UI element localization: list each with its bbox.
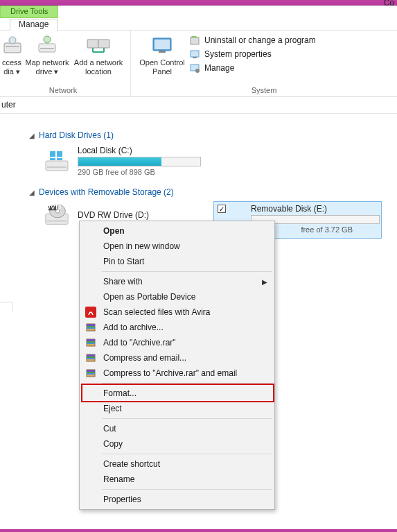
uninstall-label: Uninstall or change a program: [204, 35, 316, 45]
access-media-button[interactable]: ccess dia ▾: [0, 33, 24, 85]
capacity-bar: [78, 157, 201, 166]
menu-format[interactable]: Format...: [81, 386, 273, 401]
svg-rect-39: [87, 343, 95, 344]
ribbon-tabs: Drive Tools Manage: [0, 6, 397, 31]
svg-rect-15: [191, 51, 199, 57]
svg-rect-22: [57, 151, 62, 157]
window-border-bottom: [0, 529, 397, 532]
winrar-icon: [85, 337, 96, 348]
breadcrumb[interactable]: uter: [0, 97, 397, 114]
open-control-panel-button[interactable]: Open Control Panel: [135, 33, 189, 85]
svg-rect-7: [98, 40, 109, 48]
winrar-icon: [85, 352, 96, 363]
menu-compress-email[interactable]: Compress and email...: [81, 350, 273, 366]
access-media-label: ccess dia ▾: [0, 58, 24, 76]
ribbon: ccess dia ▾ Map network drive ▾ Add a ne…: [0, 31, 397, 97]
map-network-drive-button[interactable]: Map network drive ▾: [24, 33, 71, 85]
menu-create-shortcut[interactable]: Create shortcut: [81, 456, 273, 472]
network-group-label: Network: [0, 85, 126, 96]
menu-share-with[interactable]: Share with▶: [81, 274, 273, 289]
menu-rename[interactable]: Rename: [81, 472, 273, 487]
winrar-icon: [85, 368, 96, 379]
manage-button[interactable]: Manage: [189, 62, 316, 74]
svg-rect-12: [155, 40, 170, 49]
manage-icon: [189, 62, 200, 74]
svg-rect-38: [87, 341, 95, 343]
svg-point-2: [9, 37, 16, 44]
svg-rect-4: [40, 48, 54, 49]
dvd-drive-name: DVD RW Drive (D:): [78, 210, 149, 220]
svg-rect-47: [87, 373, 95, 375]
hard-disk-icon: [43, 148, 71, 173]
svg-rect-41: [87, 354, 95, 357]
section-hard-disk-drives[interactable]: ◢ Hard Disk Drives (1): [29, 130, 389, 140]
svg-rect-21: [50, 151, 55, 157]
svg-rect-1: [6, 46, 19, 47]
tab-manage[interactable]: Manage: [10, 19, 58, 31]
section-removable-label: Devices with Removable Storage (2): [39, 187, 174, 197]
local-disk-name: Local Disk (C:): [78, 146, 201, 155]
menu-properties[interactable]: Properties: [81, 492, 273, 507]
ribbon-group-system: Open Control Panel Uninstall or change a…: [131, 31, 397, 96]
avira-icon: [85, 307, 96, 318]
collapse-icon: ◢: [29, 189, 35, 196]
manage-label: Manage: [204, 63, 234, 73]
menu-eject[interactable]: Eject: [81, 401, 273, 416]
svg-rect-46: [87, 372, 95, 373]
system-properties-label: System properties: [204, 49, 272, 59]
menu-add-to-archive-rar[interactable]: Add to "Archive.rar": [81, 335, 273, 350]
drive-local-disk[interactable]: Local Disk (C:) 290 GB free of 898 GB: [43, 146, 389, 176]
svg-rect-19: [46, 161, 68, 171]
svg-rect-13: [159, 51, 166, 53]
winrar-icon: [85, 322, 96, 333]
uninstall-program-button[interactable]: Uninstall or change a program: [189, 35, 316, 46]
contextual-tab-drive-tools[interactable]: Drive Tools: [0, 6, 58, 18]
control-panel-icon: [148, 35, 176, 57]
ribbon-group-network: ccess dia ▾ Map network drive ▾ Add a ne…: [0, 31, 131, 96]
removable-disk-name: Removable Disk (E:): [251, 204, 327, 214]
svg-rect-45: [87, 370, 95, 372]
map-network-drive-label: Map network drive ▾: [24, 58, 71, 76]
selection-checkbox[interactable]: ✓: [218, 205, 226, 213]
menu-add-to-archive[interactable]: Add to archive...: [81, 320, 273, 335]
menu-pin-to-start[interactable]: Pin to Start: [81, 254, 273, 269]
context-menu: Open Open in new window Pin to Start Sha…: [79, 221, 275, 510]
section-removable-storage[interactable]: ◢ Devices with Removable Storage (2): [29, 187, 389, 197]
svg-rect-34: [87, 326, 95, 327]
open-control-panel-label: Open Control Panel: [135, 58, 189, 76]
svg-text:DVD: DVD: [44, 203, 61, 211]
network-location-icon: [85, 35, 112, 57]
svg-rect-35: [87, 327, 95, 329]
window-titlebar: Co: [0, 0, 397, 6]
svg-rect-26: [47, 221, 67, 222]
svg-rect-16: [193, 57, 197, 58]
uninstall-icon: [189, 35, 200, 46]
svg-rect-37: [87, 339, 95, 341]
menu-copy[interactable]: Copy: [81, 436, 273, 452]
menu-open-new-window[interactable]: Open in new window: [81, 239, 273, 254]
menu-open-portable-device[interactable]: Open as Portable Device: [81, 289, 273, 304]
dvd-drive-icon: DVD: [43, 203, 71, 228]
local-disk-free: 290 GB free of 898 GB: [78, 168, 201, 176]
system-properties-button[interactable]: System properties: [189, 49, 316, 60]
system-group-label: System: [135, 85, 393, 96]
svg-rect-43: [87, 358, 95, 359]
svg-rect-0: [4, 43, 21, 53]
submenu-arrow-icon: ▶: [262, 278, 267, 286]
section-hdd-label: Hard Disk Drives (1): [39, 130, 114, 140]
svg-point-5: [44, 36, 51, 43]
svg-point-18: [195, 69, 200, 73]
navigation-pane-divider: [0, 302, 12, 311]
add-network-location-button[interactable]: Add a network location: [71, 33, 126, 85]
menu-open[interactable]: Open: [81, 223, 273, 239]
menu-scan-avira[interactable]: Scan selected files with Avira: [81, 304, 273, 320]
svg-rect-42: [87, 357, 95, 358]
svg-rect-6: [87, 40, 98, 48]
system-properties-icon: [189, 49, 200, 60]
menu-cut[interactable]: Cut: [81, 421, 273, 436]
svg-rect-33: [87, 324, 95, 326]
svg-rect-23: [50, 158, 55, 160]
add-network-location-label: Add a network location: [71, 58, 126, 76]
svg-rect-14: [191, 37, 199, 44]
menu-compress-archive-email[interactable]: Compress to "Archive.rar" and email: [81, 366, 273, 381]
